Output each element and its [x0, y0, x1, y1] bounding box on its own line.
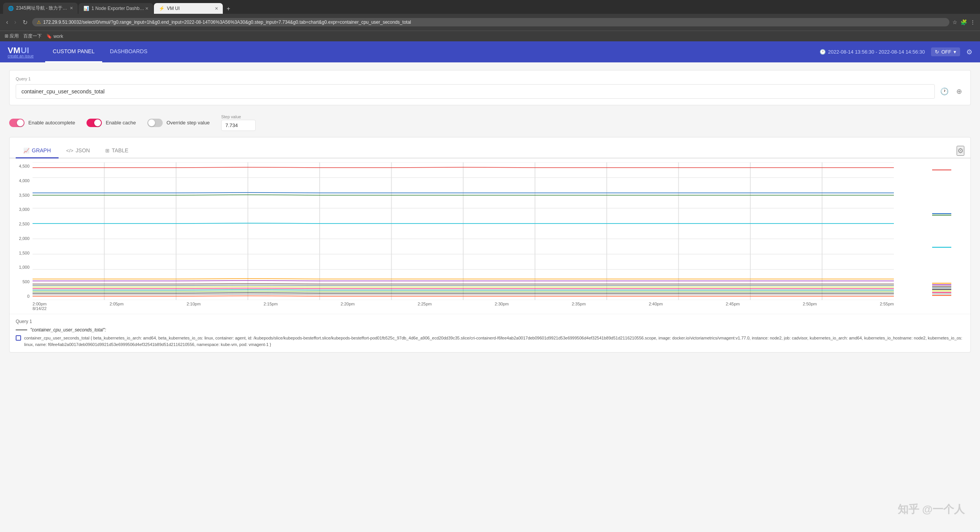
y-label-500: 500 [23, 279, 29, 284]
tab-graph-label: GRAPH [32, 147, 51, 153]
autocomplete-toggle[interactable] [9, 119, 24, 127]
x-label-255pm: 2:55pm [880, 302, 894, 311]
nav-dashboards[interactable]: DASHBOARDS [102, 41, 155, 62]
app-nav: CUSTOM PANEL DASHBOARDS [45, 41, 155, 62]
address-bar: ‹ › ↻ ⚠ 172.29.9.51:30032/select/0/vmui/… [0, 14, 980, 31]
browser-tab-3[interactable]: ⚡ VM UI ✕ [154, 3, 223, 14]
x-label-220pm: 2:20pm [341, 302, 355, 311]
tab-table[interactable]: ⊞ TABLE [98, 144, 136, 158]
y-label-0: 0 [27, 294, 29, 299]
step-value-label: Step value [221, 114, 256, 119]
legend-lines-cluster [932, 283, 967, 296]
bookmark-button[interactable]: ☆ [952, 19, 957, 25]
url-text: 172.29.9.51:30032/select/0/vmui/?g0.rang… [43, 20, 945, 25]
security-icon: ⚠ [37, 20, 41, 25]
y-label-1000: 1,000 [19, 265, 29, 269]
query-input[interactable] [16, 84, 935, 99]
graph-icon: 📈 [23, 148, 29, 153]
nav-custom-panel[interactable]: CUSTOM PANEL [45, 41, 102, 62]
query-history-button[interactable]: 🕐 [938, 85, 951, 98]
chart-container: 📈 GRAPH </> JSON ⊞ TABLE ⚙ 4,500 4,000 3… [9, 137, 971, 352]
tab-close-2[interactable]: ✕ [145, 6, 149, 11]
bookmark-apps[interactable]: ⊞ 应用 [5, 33, 19, 39]
y-label-3500: 3,500 [19, 193, 29, 197]
tab-table-label: TABLE [112, 147, 128, 153]
legend-line-cyan [932, 247, 967, 248]
legend-color-lines [932, 162, 970, 314]
chart-with-legend: 4,500 4,000 3,500 3,000 2,500 2,000 1,50… [10, 162, 970, 314]
query-panel: Query 1 🕐 ⊕ [9, 70, 971, 105]
tab-close-3[interactable]: ✕ [215, 6, 218, 11]
back-button[interactable]: ‹ [5, 17, 10, 27]
step-value-input[interactable] [221, 120, 256, 131]
legend-series-line [16, 330, 27, 330]
override-step-knob [148, 119, 155, 126]
bookmark-work[interactable]: 🔖 work [46, 34, 63, 39]
cache-toggle-control: Enable cache [87, 119, 136, 127]
main-content: Query 1 🕐 ⊕ Enable autocomplete Enable c… [0, 62, 980, 532]
chart-plot-area[interactable]: 2:00pm 8/14/22 2:05pm 2:10pm 2:15pm 2:20… [33, 162, 932, 314]
cache-label: Enable cache [106, 120, 136, 126]
autocomplete-knob [17, 119, 24, 126]
time-range-display[interactable]: 🕐 2022-08-14 13:56:30 - 2022-08-14 14:56… [820, 49, 925, 55]
browser-tab-1[interactable]: 🌐 2345网址导航 - 致力于打造百年... ✕ [3, 3, 78, 14]
step-value-group: Step value [221, 114, 256, 131]
menu-button[interactable]: ⋮ [970, 19, 975, 25]
cache-toggle[interactable] [87, 119, 102, 127]
time-range-text: 2022-08-14 13:56:30 - 2022-08-14 14:56:3… [828, 49, 925, 55]
tab-favicon-2: 📊 [83, 5, 89, 11]
clock-icon: 🕐 [820, 49, 826, 55]
browser-chrome: 🌐 2345网址导航 - 致力于打造百年... ✕ 📊 1 Node Expor… [0, 0, 980, 41]
browser-tab-2[interactable]: 📊 1 Node Exporter Dashboard 2... ✕ [78, 3, 153, 14]
tab-favicon-1: 🌐 [8, 5, 14, 11]
browser-action-buttons: ☆ 🧩 ⋮ [952, 19, 975, 25]
y-label-4000: 4,000 [19, 178, 29, 183]
query-label: Query 1 [16, 77, 964, 81]
tab-graph[interactable]: 📈 GRAPH [16, 144, 59, 158]
legend-checkbox[interactable] [16, 335, 21, 341]
tab-label-1: 2345网址导航 - 致力于打造百年... [16, 5, 70, 11]
autocomplete-toggle-control: Enable autocomplete [9, 119, 75, 127]
app-header: VMUI create an issue CUSTOM PANEL DASHBO… [0, 41, 980, 62]
y-label-2000: 2,000 [19, 236, 29, 241]
legend-series-label: "container_cpu_user_seconds_total": [30, 327, 106, 333]
refresh-control[interactable]: ↻ OFF ▾ [931, 47, 960, 56]
bookmark-baidu[interactable]: 百度一下 [23, 33, 42, 39]
controls-row: Enable autocomplete Enable cache Overrid… [9, 111, 971, 137]
settings-button[interactable]: ⚙ [966, 48, 972, 56]
x-label-215pm: 2:15pm [264, 302, 278, 311]
tab-favicon-3: ⚡ [158, 5, 165, 11]
legend-query-label: Query 1 [16, 319, 964, 324]
y-label-2500: 2,500 [19, 222, 29, 226]
forward-button[interactable]: › [13, 17, 18, 27]
header-right: 🕐 2022-08-14 13:56:30 - 2022-08-14 14:56… [820, 47, 972, 56]
y-label-1500: 1,500 [19, 251, 29, 255]
override-step-toggle-control: Override step value [147, 119, 210, 127]
chart-svg [33, 162, 894, 300]
legend-series-detail[interactable]: container_cpu_user_seconds_total { beta_… [16, 335, 964, 348]
new-tab-button[interactable]: + [224, 4, 233, 14]
chart-settings-button[interactable]: ⚙ [957, 146, 964, 156]
x-label-205pm: 2:05pm [109, 302, 124, 311]
override-step-label: Override step value [167, 120, 210, 126]
create-issue-link[interactable]: create an issue [8, 54, 34, 58]
tab-close-1[interactable]: ✕ [70, 6, 73, 11]
refresh-icon: ↻ [935, 49, 939, 55]
app-logo: VMUI create an issue [8, 46, 34, 58]
autocomplete-label: Enable autocomplete [28, 120, 75, 126]
cache-knob [94, 119, 101, 126]
legend-line-red [932, 170, 967, 170]
override-step-toggle[interactable] [147, 119, 163, 127]
refresh-dropdown-icon: ▾ [954, 49, 956, 55]
x-label-240pm: 2:40pm [649, 302, 663, 311]
query-add-button[interactable]: ⊕ [954, 85, 964, 98]
tab-json[interactable]: </> JSON [59, 144, 98, 158]
x-label-210pm: 2:10pm [186, 302, 201, 311]
address-box[interactable]: ⚠ 172.29.9.51:30032/select/0/vmui/?g0.ra… [32, 18, 949, 26]
x-label-230pm: 2:30pm [495, 302, 509, 311]
extension-button[interactable]: 🧩 [960, 19, 967, 25]
tab-label-3: VM UI [167, 6, 180, 11]
y-label-3000: 3,000 [19, 207, 29, 212]
reload-button[interactable]: ↻ [21, 17, 29, 28]
tab-label-2: 1 Node Exporter Dashboard 2... [91, 6, 145, 11]
